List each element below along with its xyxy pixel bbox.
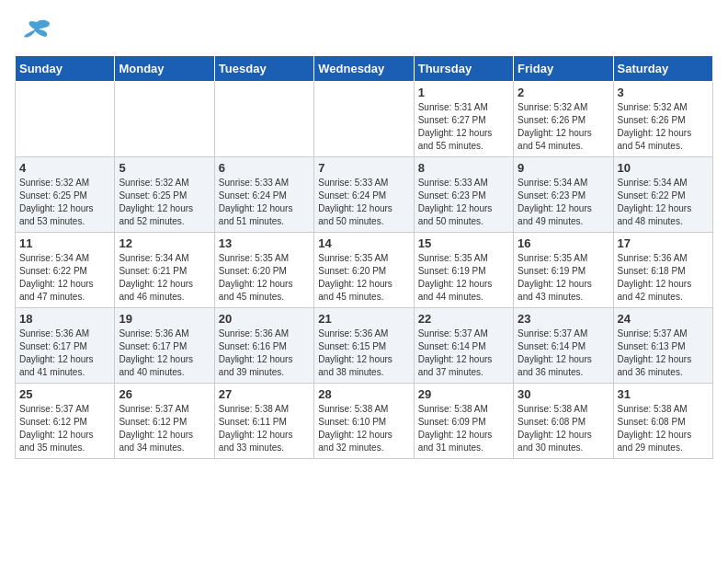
calendar-header-tuesday: Tuesday xyxy=(214,56,313,82)
calendar-cell: 31Sunrise: 5:38 AM Sunset: 6:08 PM Dayli… xyxy=(613,384,712,459)
calendar-cell: 30Sunrise: 5:38 AM Sunset: 6:08 PM Dayli… xyxy=(514,384,613,459)
calendar-header-sunday: Sunday xyxy=(16,56,115,82)
day-number: 3 xyxy=(618,86,709,99)
calendar-cell: 6Sunrise: 5:33 AM Sunset: 6:24 PM Daylig… xyxy=(214,157,313,233)
calendar-cell: 7Sunrise: 5:33 AM Sunset: 6:24 PM Daylig… xyxy=(314,157,414,233)
day-number: 27 xyxy=(219,387,310,401)
day-info: Sunrise: 5:38 AM Sunset: 6:09 PM Dayligh… xyxy=(418,403,509,454)
day-number: 20 xyxy=(219,312,310,326)
day-info: Sunrise: 5:37 AM Sunset: 6:14 PM Dayligh… xyxy=(518,327,609,379)
page-header xyxy=(15,15,713,48)
calendar-cell: 19Sunrise: 5:36 AM Sunset: 6:17 PM Dayli… xyxy=(115,308,214,384)
day-number: 10 xyxy=(618,161,709,175)
calendar-cell: 24Sunrise: 5:37 AM Sunset: 6:13 PM Dayli… xyxy=(613,308,712,384)
calendar-cell: 13Sunrise: 5:35 AM Sunset: 6:20 PM Dayli… xyxy=(214,233,313,308)
logo xyxy=(15,15,51,48)
day-number: 4 xyxy=(19,161,110,175)
calendar-cell: 3Sunrise: 5:32 AM Sunset: 6:26 PM Daylig… xyxy=(613,82,712,157)
calendar-cell: 18Sunrise: 5:36 AM Sunset: 6:17 PM Dayli… xyxy=(16,308,115,384)
calendar-cell xyxy=(115,82,214,157)
day-number: 19 xyxy=(119,312,210,326)
day-info: Sunrise: 5:34 AM Sunset: 6:22 PM Dayligh… xyxy=(618,177,709,228)
calendar-cell: 9Sunrise: 5:34 AM Sunset: 6:23 PM Daylig… xyxy=(514,157,613,233)
day-info: Sunrise: 5:34 AM Sunset: 6:23 PM Dayligh… xyxy=(518,177,609,228)
calendar-week-row: 18Sunrise: 5:36 AM Sunset: 6:17 PM Dayli… xyxy=(16,308,713,384)
calendar-cell: 1Sunrise: 5:31 AM Sunset: 6:27 PM Daylig… xyxy=(414,82,513,157)
day-info: Sunrise: 5:37 AM Sunset: 6:14 PM Dayligh… xyxy=(418,327,509,379)
day-number: 16 xyxy=(518,236,609,250)
calendar-header-monday: Monday xyxy=(115,56,214,82)
day-number: 8 xyxy=(418,161,509,175)
day-number: 9 xyxy=(518,161,609,175)
day-info: Sunrise: 5:38 AM Sunset: 6:08 PM Dayligh… xyxy=(618,403,709,454)
calendar-cell: 11Sunrise: 5:34 AM Sunset: 6:22 PM Dayli… xyxy=(16,233,115,308)
calendar-header-wednesday: Wednesday xyxy=(314,56,414,82)
calendar-cell: 29Sunrise: 5:38 AM Sunset: 6:09 PM Dayli… xyxy=(414,384,513,459)
day-info: Sunrise: 5:36 AM Sunset: 6:18 PM Dayligh… xyxy=(618,252,709,304)
day-info: Sunrise: 5:32 AM Sunset: 6:26 PM Dayligh… xyxy=(618,101,709,153)
day-number: 5 xyxy=(119,161,210,175)
calendar-cell xyxy=(214,82,313,157)
day-number: 23 xyxy=(518,312,609,326)
day-number: 22 xyxy=(418,312,509,326)
day-info: Sunrise: 5:35 AM Sunset: 6:19 PM Dayligh… xyxy=(518,252,609,304)
day-info: Sunrise: 5:34 AM Sunset: 6:21 PM Dayligh… xyxy=(119,252,210,304)
day-info: Sunrise: 5:37 AM Sunset: 6:12 PM Dayligh… xyxy=(19,403,110,454)
day-info: Sunrise: 5:32 AM Sunset: 6:26 PM Dayligh… xyxy=(518,101,609,153)
day-info: Sunrise: 5:35 AM Sunset: 6:20 PM Dayligh… xyxy=(318,252,409,304)
calendar-cell: 27Sunrise: 5:38 AM Sunset: 6:11 PM Dayli… xyxy=(214,384,313,459)
day-info: Sunrise: 5:38 AM Sunset: 6:11 PM Dayligh… xyxy=(219,403,310,454)
calendar-cell: 4Sunrise: 5:32 AM Sunset: 6:25 PM Daylig… xyxy=(16,157,115,233)
calendar-header-row: SundayMondayTuesdayWednesdayThursdayFrid… xyxy=(16,56,713,82)
day-number: 2 xyxy=(518,86,609,99)
day-number: 14 xyxy=(318,236,409,250)
calendar-cell: 23Sunrise: 5:37 AM Sunset: 6:14 PM Dayli… xyxy=(514,308,613,384)
day-info: Sunrise: 5:32 AM Sunset: 6:25 PM Dayligh… xyxy=(119,177,210,228)
day-number: 1 xyxy=(418,86,509,99)
calendar-cell xyxy=(16,82,115,157)
calendar-week-row: 11Sunrise: 5:34 AM Sunset: 6:22 PM Dayli… xyxy=(16,233,713,308)
calendar-cell: 17Sunrise: 5:36 AM Sunset: 6:18 PM Dayli… xyxy=(613,233,712,308)
day-number: 7 xyxy=(318,161,409,175)
day-info: Sunrise: 5:36 AM Sunset: 6:17 PM Dayligh… xyxy=(119,327,210,379)
calendar-cell: 14Sunrise: 5:35 AM Sunset: 6:20 PM Dayli… xyxy=(314,233,414,308)
day-info: Sunrise: 5:36 AM Sunset: 6:16 PM Dayligh… xyxy=(219,327,310,379)
day-info: Sunrise: 5:32 AM Sunset: 6:25 PM Dayligh… xyxy=(19,177,110,228)
day-info: Sunrise: 5:37 AM Sunset: 6:13 PM Dayligh… xyxy=(618,327,709,379)
day-info: Sunrise: 5:34 AM Sunset: 6:22 PM Dayligh… xyxy=(19,252,110,304)
calendar-week-row: 1Sunrise: 5:31 AM Sunset: 6:27 PM Daylig… xyxy=(16,82,713,157)
calendar-cell: 16Sunrise: 5:35 AM Sunset: 6:19 PM Dayli… xyxy=(514,233,613,308)
calendar-cell: 8Sunrise: 5:33 AM Sunset: 6:23 PM Daylig… xyxy=(414,157,513,233)
calendar-cell: 26Sunrise: 5:37 AM Sunset: 6:12 PM Dayli… xyxy=(115,384,214,459)
calendar-cell: 20Sunrise: 5:36 AM Sunset: 6:16 PM Dayli… xyxy=(214,308,313,384)
day-number: 21 xyxy=(318,312,409,326)
calendar-cell xyxy=(314,82,414,157)
day-number: 24 xyxy=(618,312,709,326)
day-info: Sunrise: 5:37 AM Sunset: 6:12 PM Dayligh… xyxy=(119,403,210,454)
day-info: Sunrise: 5:33 AM Sunset: 6:23 PM Dayligh… xyxy=(418,177,509,228)
calendar-cell: 21Sunrise: 5:36 AM Sunset: 6:15 PM Dayli… xyxy=(314,308,414,384)
day-number: 11 xyxy=(19,236,110,250)
calendar-cell: 10Sunrise: 5:34 AM Sunset: 6:22 PM Dayli… xyxy=(613,157,712,233)
calendar-week-row: 4Sunrise: 5:32 AM Sunset: 6:25 PM Daylig… xyxy=(16,157,713,233)
calendar-week-row: 25Sunrise: 5:37 AM Sunset: 6:12 PM Dayli… xyxy=(16,384,713,459)
day-number: 15 xyxy=(418,236,509,250)
calendar-cell: 12Sunrise: 5:34 AM Sunset: 6:21 PM Dayli… xyxy=(115,233,214,308)
day-number: 30 xyxy=(518,387,609,401)
day-info: Sunrise: 5:33 AM Sunset: 6:24 PM Dayligh… xyxy=(318,177,409,228)
day-number: 17 xyxy=(618,236,709,250)
day-number: 25 xyxy=(19,387,110,401)
day-info: Sunrise: 5:31 AM Sunset: 6:27 PM Dayligh… xyxy=(418,101,509,153)
calendar-cell: 28Sunrise: 5:38 AM Sunset: 6:10 PM Dayli… xyxy=(314,384,414,459)
calendar-header-friday: Friday xyxy=(514,56,613,82)
calendar-cell: 22Sunrise: 5:37 AM Sunset: 6:14 PM Dayli… xyxy=(414,308,513,384)
day-number: 29 xyxy=(418,387,509,401)
day-info: Sunrise: 5:36 AM Sunset: 6:15 PM Dayligh… xyxy=(318,327,409,379)
calendar-header-thursday: Thursday xyxy=(414,56,513,82)
day-number: 31 xyxy=(618,387,709,401)
day-number: 28 xyxy=(318,387,409,401)
logo-bird-icon xyxy=(18,15,51,48)
day-number: 26 xyxy=(119,387,210,401)
day-info: Sunrise: 5:35 AM Sunset: 6:19 PM Dayligh… xyxy=(418,252,509,304)
calendar-cell: 15Sunrise: 5:35 AM Sunset: 6:19 PM Dayli… xyxy=(414,233,513,308)
